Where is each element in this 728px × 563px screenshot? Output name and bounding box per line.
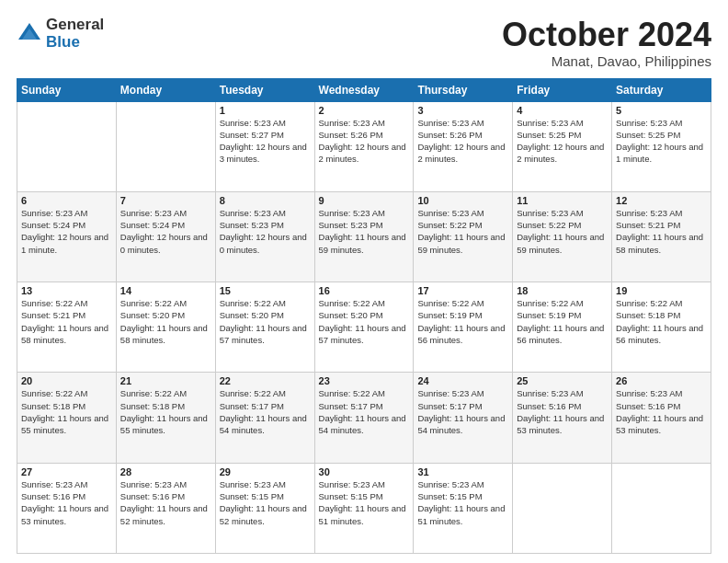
day-info: Sunrise: 5:23 AM Sunset: 5:15 PM Dayligh…	[417, 478, 508, 527]
day-info: Sunrise: 5:23 AM Sunset: 5:23 PM Dayligh…	[220, 207, 311, 256]
col-wednesday: Wednesday	[314, 78, 414, 101]
day-info: Sunrise: 5:22 AM Sunset: 5:21 PM Dayligh…	[21, 297, 112, 346]
title-month: October 2024	[502, 17, 711, 53]
col-tuesday: Tuesday	[215, 78, 314, 101]
day-info: Sunrise: 5:23 AM Sunset: 5:15 PM Dayligh…	[220, 478, 311, 527]
calendar-week-row: 20Sunrise: 5:22 AM Sunset: 5:18 PM Dayli…	[17, 373, 711, 463]
day-number: 24	[417, 375, 508, 386]
day-number: 14	[120, 285, 211, 296]
col-thursday: Thursday	[414, 78, 513, 101]
table-row: 8Sunrise: 5:23 AM Sunset: 5:23 PM Daylig…	[215, 191, 314, 282]
table-row: 13Sunrise: 5:22 AM Sunset: 5:21 PM Dayli…	[17, 282, 117, 373]
day-info: Sunrise: 5:22 AM Sunset: 5:18 PM Dayligh…	[120, 387, 211, 436]
table-row: 4Sunrise: 5:23 AM Sunset: 5:25 PM Daylig…	[513, 101, 612, 191]
table-row: 6Sunrise: 5:23 AM Sunset: 5:24 PM Daylig…	[17, 191, 117, 282]
logo-text: General Blue	[46, 17, 104, 51]
table-row: 16Sunrise: 5:22 AM Sunset: 5:20 PM Dayli…	[314, 282, 414, 373]
table-row: 2Sunrise: 5:23 AM Sunset: 5:26 PM Daylig…	[314, 101, 414, 191]
table-row: 28Sunrise: 5:23 AM Sunset: 5:16 PM Dayli…	[116, 463, 215, 553]
day-info: Sunrise: 5:22 AM Sunset: 5:18 PM Dayligh…	[616, 297, 707, 346]
day-info: Sunrise: 5:23 AM Sunset: 5:16 PM Dayligh…	[120, 478, 211, 527]
table-row	[17, 101, 117, 191]
calendar-week-row: 1Sunrise: 5:23 AM Sunset: 5:27 PM Daylig…	[17, 101, 711, 191]
day-number: 21	[120, 375, 211, 386]
day-info: Sunrise: 5:22 AM Sunset: 5:17 PM Dayligh…	[220, 387, 311, 436]
day-number: 11	[517, 195, 608, 206]
day-info: Sunrise: 5:23 AM Sunset: 5:23 PM Dayligh…	[319, 207, 410, 256]
day-number: 18	[517, 285, 608, 296]
day-number: 8	[220, 195, 311, 206]
title-location: Manat, Davao, Philippines	[502, 53, 711, 69]
col-friday: Friday	[513, 78, 612, 101]
table-row	[513, 463, 612, 553]
table-row: 29Sunrise: 5:23 AM Sunset: 5:15 PM Dayli…	[215, 463, 314, 553]
day-number: 13	[21, 285, 112, 296]
day-info: Sunrise: 5:23 AM Sunset: 5:15 PM Dayligh…	[319, 478, 410, 527]
title-block: October 2024 Manat, Davao, Philippines	[502, 17, 711, 69]
day-info: Sunrise: 5:22 AM Sunset: 5:20 PM Dayligh…	[319, 297, 410, 346]
calendar-week-row: 6Sunrise: 5:23 AM Sunset: 5:24 PM Daylig…	[17, 191, 711, 282]
logo: General Blue	[17, 17, 104, 51]
day-number: 26	[616, 375, 707, 386]
day-number: 29	[220, 466, 311, 477]
day-number: 17	[417, 285, 508, 296]
day-info: Sunrise: 5:23 AM Sunset: 5:24 PM Dayligh…	[120, 207, 211, 256]
col-sunday: Sunday	[17, 78, 117, 101]
day-number: 27	[21, 466, 112, 477]
table-row: 17Sunrise: 5:22 AM Sunset: 5:19 PM Dayli…	[414, 282, 513, 373]
col-monday: Monday	[116, 78, 215, 101]
calendar-week-row: 27Sunrise: 5:23 AM Sunset: 5:16 PM Dayli…	[17, 463, 711, 553]
day-info: Sunrise: 5:23 AM Sunset: 5:24 PM Dayligh…	[21, 207, 112, 256]
table-row: 15Sunrise: 5:22 AM Sunset: 5:20 PM Dayli…	[215, 282, 314, 373]
day-number: 3	[417, 105, 508, 116]
day-info: Sunrise: 5:23 AM Sunset: 5:25 PM Dayligh…	[517, 117, 608, 166]
table-row: 21Sunrise: 5:22 AM Sunset: 5:18 PM Dayli…	[116, 373, 215, 463]
table-row	[116, 101, 215, 191]
header: General Blue October 2024 Manat, Davao, …	[17, 17, 711, 69]
day-info: Sunrise: 5:22 AM Sunset: 5:20 PM Dayligh…	[120, 297, 211, 346]
table-row: 18Sunrise: 5:22 AM Sunset: 5:19 PM Dayli…	[513, 282, 612, 373]
table-row: 12Sunrise: 5:23 AM Sunset: 5:21 PM Dayli…	[612, 191, 711, 282]
table-row: 22Sunrise: 5:22 AM Sunset: 5:17 PM Dayli…	[215, 373, 314, 463]
day-number: 5	[616, 105, 707, 116]
day-info: Sunrise: 5:23 AM Sunset: 5:21 PM Dayligh…	[616, 207, 707, 256]
day-info: Sunrise: 5:23 AM Sunset: 5:26 PM Dayligh…	[417, 117, 508, 166]
day-number: 10	[417, 195, 508, 206]
day-info: Sunrise: 5:23 AM Sunset: 5:22 PM Dayligh…	[417, 207, 508, 256]
table-row: 31Sunrise: 5:23 AM Sunset: 5:15 PM Dayli…	[414, 463, 513, 553]
logo-blue-text: Blue	[46, 34, 104, 52]
calendar-table: Sunday Monday Tuesday Wednesday Thursday…	[17, 78, 711, 554]
table-row: 23Sunrise: 5:22 AM Sunset: 5:17 PM Dayli…	[314, 373, 414, 463]
table-row	[612, 463, 711, 553]
day-number: 9	[319, 195, 410, 206]
day-number: 6	[21, 195, 112, 206]
day-number: 28	[120, 466, 211, 477]
table-row: 3Sunrise: 5:23 AM Sunset: 5:26 PM Daylig…	[414, 101, 513, 191]
day-number: 4	[517, 105, 608, 116]
table-row: 25Sunrise: 5:23 AM Sunset: 5:16 PM Dayli…	[513, 373, 612, 463]
logo-general-text: General	[46, 17, 104, 34]
day-number: 7	[120, 195, 211, 206]
day-number: 2	[319, 105, 410, 116]
day-info: Sunrise: 5:23 AM Sunset: 5:27 PM Dayligh…	[220, 117, 311, 166]
day-info: Sunrise: 5:23 AM Sunset: 5:16 PM Dayligh…	[21, 478, 112, 527]
day-info: Sunrise: 5:23 AM Sunset: 5:17 PM Dayligh…	[417, 387, 508, 436]
day-info: Sunrise: 5:22 AM Sunset: 5:19 PM Dayligh…	[417, 297, 508, 346]
table-row: 10Sunrise: 5:23 AM Sunset: 5:22 PM Dayli…	[414, 191, 513, 282]
day-info: Sunrise: 5:22 AM Sunset: 5:17 PM Dayligh…	[319, 387, 410, 436]
day-info: Sunrise: 5:22 AM Sunset: 5:18 PM Dayligh…	[21, 387, 112, 436]
day-info: Sunrise: 5:23 AM Sunset: 5:16 PM Dayligh…	[517, 387, 608, 436]
table-row: 9Sunrise: 5:23 AM Sunset: 5:23 PM Daylig…	[314, 191, 414, 282]
day-info: Sunrise: 5:23 AM Sunset: 5:25 PM Dayligh…	[616, 117, 707, 166]
table-row: 27Sunrise: 5:23 AM Sunset: 5:16 PM Dayli…	[17, 463, 117, 553]
day-number: 19	[616, 285, 707, 296]
page: General Blue October 2024 Manat, Davao, …	[0, 0, 728, 563]
day-number: 15	[220, 285, 311, 296]
day-info: Sunrise: 5:23 AM Sunset: 5:16 PM Dayligh…	[616, 387, 707, 436]
logo-icon	[17, 21, 42, 47]
day-number: 23	[319, 375, 410, 386]
day-number: 31	[417, 466, 508, 477]
table-row: 19Sunrise: 5:22 AM Sunset: 5:18 PM Dayli…	[612, 282, 711, 373]
table-row: 11Sunrise: 5:23 AM Sunset: 5:22 PM Dayli…	[513, 191, 612, 282]
table-row: 14Sunrise: 5:22 AM Sunset: 5:20 PM Dayli…	[116, 282, 215, 373]
